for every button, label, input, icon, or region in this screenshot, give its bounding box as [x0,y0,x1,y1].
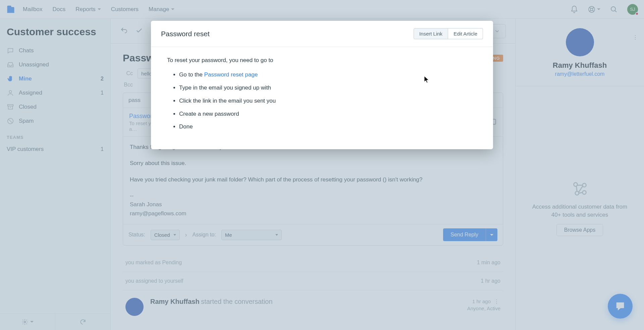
modal-body: To reset your password, you need to go t… [151,47,493,149]
modal-step: Click the link in the email you sent you [179,96,477,106]
modal-lead: To reset your password, you need to go t… [167,56,477,65]
modal-overlay[interactable]: Password reset Insert Link Edit Article … [0,0,644,330]
password-reset-link[interactable]: Password reset page [204,71,258,78]
insert-link-button[interactable]: Insert Link [414,28,448,39]
modal-title: Password reset [161,30,210,38]
article-preview-modal: Password reset Insert Link Edit Article … [151,21,493,149]
edit-article-button[interactable]: Edit Article [448,28,483,39]
modal-step: Type in the email you signed up with [179,83,477,93]
modal-step: Done [179,122,477,132]
modal-step: Create a new password [179,109,477,119]
modal-step: Go to the Password reset page [179,70,477,80]
